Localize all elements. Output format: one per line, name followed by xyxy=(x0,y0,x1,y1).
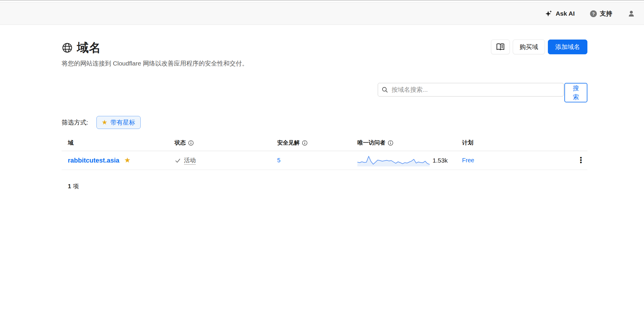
starred-filter-label: 带有星标 xyxy=(111,118,135,127)
starred-filter-pill[interactable]: ★ 带有星标 xyxy=(96,116,141,129)
account-menu[interactable] xyxy=(627,10,635,17)
search-input[interactable] xyxy=(378,83,564,96)
support-menu[interactable]: ? 支持 xyxy=(590,9,612,18)
security-insights-cell: 5 xyxy=(277,157,357,164)
search-icon xyxy=(382,86,388,93)
domain-cell: rabbitcutest.asia ★ xyxy=(62,157,175,164)
page-subtitle: 将您的网站连接到 Cloudflare 网络以改善应用程序的安全性和交付。 xyxy=(62,59,248,68)
unique-visitors-sparkline xyxy=(357,155,430,166)
docs-button[interactable] xyxy=(491,40,510,54)
search-row: 搜索 xyxy=(62,83,587,102)
column-label: 安全见解 xyxy=(277,139,300,147)
table-header: 域 状态 安全见解 xyxy=(62,139,587,151)
main-content: 域名 将您的网站连接到 Cloudflare 网络以改善应用程序的安全性和交付。… xyxy=(62,25,587,190)
column-label: 状态 xyxy=(175,139,186,147)
ask-ai-button[interactable]: Ask AI xyxy=(545,10,575,17)
column-label: 唯一访问者 xyxy=(357,139,385,147)
title-row: 域名 将您的网站连接到 Cloudflare 网络以改善应用程序的安全性和交付。… xyxy=(62,40,587,68)
item-unit: 项 xyxy=(73,183,79,189)
support-label: 支持 xyxy=(600,9,612,18)
info-icon[interactable] xyxy=(388,140,393,146)
title-buttons: 购买域 添加域名 xyxy=(491,40,587,54)
check-icon xyxy=(175,157,181,164)
ask-ai-label: Ask AI xyxy=(556,10,575,17)
filter-row: 筛选方式: ★ 带有星标 xyxy=(62,116,587,129)
open-book-icon xyxy=(496,43,505,51)
column-header-security-insights: 安全见解 xyxy=(277,139,357,147)
unique-visitors-value: 1.53k xyxy=(433,157,448,164)
domain-link[interactable]: rabbitcutest.asia xyxy=(68,157,119,164)
plan-link[interactable]: Free xyxy=(462,157,474,163)
help-icon: ? xyxy=(590,10,597,17)
domains-table: 域 状态 安全见解 xyxy=(62,139,587,190)
info-icon[interactable] xyxy=(302,140,308,146)
security-insights-link[interactable]: 5 xyxy=(277,157,280,163)
page-title: 域名 xyxy=(77,40,101,56)
column-header-plan: 计划 xyxy=(462,139,574,147)
column-header-status: 状态 xyxy=(175,139,277,147)
status-badge[interactable]: 活动 xyxy=(184,156,196,165)
column-label: 域 xyxy=(68,139,73,147)
star-icon: ★ xyxy=(102,119,108,126)
filter-label: 筛选方式: xyxy=(62,118,88,127)
item-count: 1 xyxy=(68,183,71,189)
column-label: 计划 xyxy=(462,139,473,147)
starred-icon[interactable]: ★ xyxy=(124,156,131,164)
table-footer: 1项 xyxy=(62,182,587,190)
unique-visitors-cell: 1.53k xyxy=(357,155,462,166)
globe-icon xyxy=(62,42,73,53)
add-domain-button[interactable]: 添加域名 xyxy=(548,40,587,54)
global-header: Ask AI ? 支持 xyxy=(0,3,644,25)
buy-domain-button[interactable]: 购买域 xyxy=(513,40,545,54)
row-actions-button[interactable]: ⋮ xyxy=(574,156,587,164)
column-header-unique-visitors: 唯一访问者 xyxy=(357,139,462,147)
status-cell: 活动 xyxy=(175,156,277,165)
search-button[interactable]: 搜索 xyxy=(564,83,587,102)
table-row: rabbitcutest.asia ★ 活动 5 xyxy=(62,151,587,170)
info-icon[interactable] xyxy=(188,140,194,146)
sparkle-icon xyxy=(545,10,553,17)
column-header-domain: 域 xyxy=(62,139,175,147)
user-icon xyxy=(627,10,635,17)
plan-cell: Free xyxy=(462,157,574,164)
